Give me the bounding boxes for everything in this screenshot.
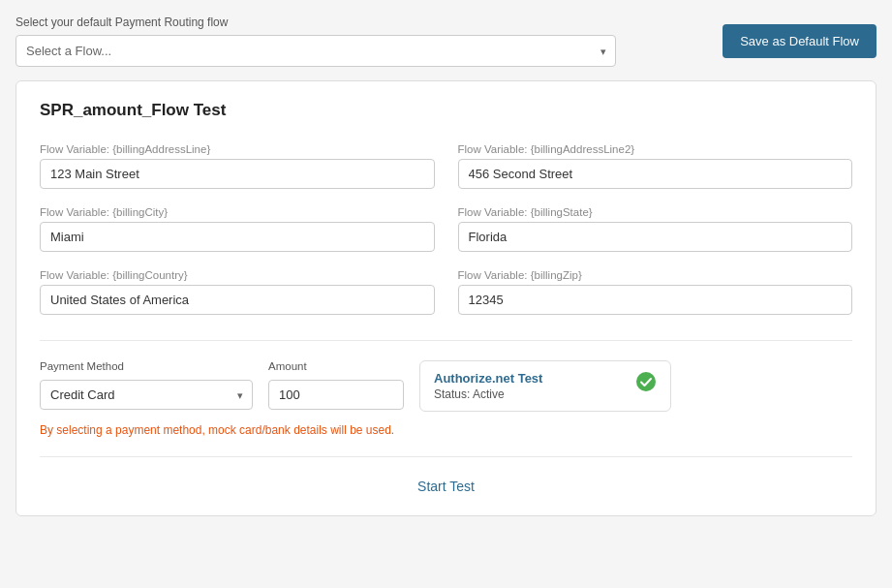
payment-method-select[interactable]: Credit Card	[40, 380, 253, 410]
billing-address-line1-input[interactable]	[40, 159, 435, 189]
field-group-billing-country: Flow Variable: {billingCountry}	[40, 269, 435, 315]
mock-card-note: By selecting a payment method, mock card…	[40, 423, 852, 437]
card-title: SPR_amount_Flow Test	[40, 101, 852, 120]
active-check-icon	[635, 371, 657, 395]
payment-section: Payment Method Credit Card ▾ Amount	[40, 360, 852, 456]
amount-label: Amount	[268, 360, 404, 372]
field-group-billing-address-line2: Flow Variable: {billingAddressLine2}	[458, 143, 853, 189]
save-default-button[interactable]: Save as Default Flow	[723, 24, 877, 58]
billing-address-line1-label: Flow Variable: {billingAddressLine}	[40, 143, 435, 155]
authorize-card-status: Status: Active	[434, 387, 626, 401]
authorize-card: Authorize.net Test Status: Active	[419, 360, 671, 412]
billing-country-label: Flow Variable: {billingCountry}	[40, 269, 435, 281]
billing-address-line2-label: Flow Variable: {billingAddressLine2}	[458, 143, 853, 155]
billing-zip-input[interactable]	[458, 285, 853, 315]
field-group-billing-state: Flow Variable: {billingState}	[458, 206, 853, 252]
billing-state-input[interactable]	[458, 222, 853, 252]
payment-select-wrapper: Credit Card ▾	[40, 380, 253, 410]
flow-select-wrapper: Select a Flow... ▾	[15, 35, 616, 67]
billing-address-line2-input[interactable]	[458, 159, 853, 189]
authorize-card-content: Authorize.net Test Status: Active	[434, 371, 626, 401]
top-bar: Select your default Payment Routing flow…	[15, 15, 877, 67]
main-card: SPR_amount_Flow Test Flow Variable: {bil…	[15, 80, 877, 516]
svg-point-0	[636, 372, 656, 391]
card-footer: Start Test	[40, 456, 852, 515]
section-divider	[40, 340, 852, 341]
payment-row: Payment Method Credit Card ▾ Amount	[40, 360, 852, 412]
fields-grid: Flow Variable: {billingAddressLine} Flow…	[40, 143, 852, 332]
billing-country-input[interactable]	[40, 285, 435, 315]
billing-state-label: Flow Variable: {billingState}	[458, 206, 853, 218]
payment-method-label: Payment Method	[40, 360, 253, 372]
flow-select-label: Select your default Payment Routing flow	[15, 15, 616, 29]
amount-group: Amount	[268, 360, 404, 410]
field-group-billing-city: Flow Variable: {billingCity}	[40, 206, 435, 252]
amount-input[interactable]	[268, 380, 404, 410]
flow-select[interactable]: Select a Flow...	[15, 35, 616, 67]
billing-zip-label: Flow Variable: {billingZip}	[458, 269, 853, 281]
start-test-button[interactable]: Start Test	[408, 475, 484, 498]
billing-city-input[interactable]	[40, 222, 435, 252]
payment-method-group: Payment Method Credit Card ▾	[40, 360, 253, 410]
billing-city-label: Flow Variable: {billingCity}	[40, 206, 435, 218]
field-group-billing-address-line1: Flow Variable: {billingAddressLine}	[40, 143, 435, 189]
flow-selector-section: Select your default Payment Routing flow…	[15, 15, 616, 67]
authorize-card-title: Authorize.net Test	[434, 371, 626, 386]
field-group-billing-zip: Flow Variable: {billingZip}	[458, 269, 853, 315]
